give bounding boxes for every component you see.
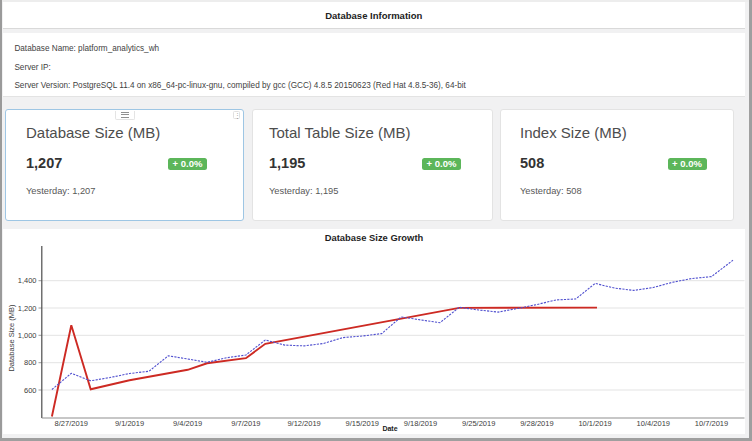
- svg-text:9/1/2019: 9/1/2019: [115, 419, 144, 428]
- svg-text:600: 600: [24, 386, 37, 395]
- svg-text:9/4/2019: 9/4/2019: [173, 419, 202, 428]
- svg-text:1,400: 1,400: [18, 276, 37, 285]
- svg-text:10/4/2019: 10/4/2019: [637, 419, 670, 428]
- svg-text:1,200: 1,200: [18, 304, 37, 313]
- svg-text:9/18/2019: 9/18/2019: [404, 419, 437, 428]
- svg-text:800: 800: [24, 358, 37, 367]
- svg-text:10/1/2019: 10/1/2019: [578, 419, 611, 428]
- svg-text:1,000: 1,000: [18, 331, 37, 340]
- svg-text:Database Size (MB): Database Size (MB): [7, 304, 16, 372]
- svg-text:9/15/2019: 9/15/2019: [346, 419, 379, 428]
- svg-text:9/25/2019: 9/25/2019: [462, 419, 495, 428]
- svg-text:8/27/2019: 8/27/2019: [55, 419, 88, 428]
- svg-text:Database Size Growth: Database Size Growth: [325, 232, 424, 243]
- svg-text:Date: Date: [382, 425, 397, 432]
- svg-text:9/7/2019: 9/7/2019: [231, 419, 260, 428]
- svg-text:10/7/2019: 10/7/2019: [695, 419, 728, 428]
- svg-text:9/28/2019: 9/28/2019: [520, 419, 553, 428]
- svg-text:9/12/2019: 9/12/2019: [287, 419, 320, 428]
